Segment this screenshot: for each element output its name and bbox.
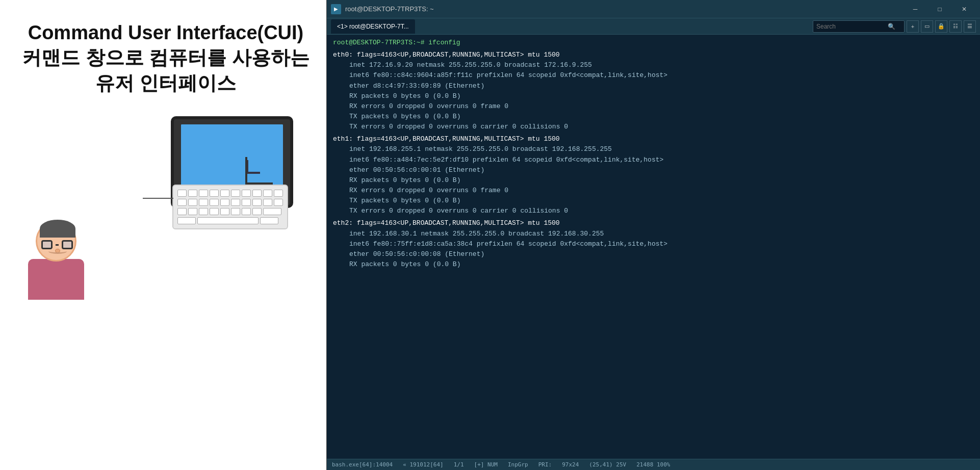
eth1-rxerr: RX errors 0 dropped 0 overruns 0 frame 0 [333,186,974,196]
eth0-ether: ether d8:c4:97:33:69:89 (Ethernet) [333,81,974,91]
window-controls: ─ □ ✕ [904,2,976,17]
add-tab-button[interactable]: + [907,20,919,33]
terminal-statusbar: bash.exe[64]:14004 « 191012[64] 1/1 [+] … [327,459,980,470]
menu-button[interactable]: ☰ [964,20,976,33]
minimize-button[interactable]: ─ [904,2,927,17]
lock-button[interactable]: 🔒 [935,20,947,33]
status-process: bash.exe[64]:14004 [332,461,393,468]
kb-key [220,199,229,206]
status-position: 1/1 [454,461,464,468]
keyboard [172,185,288,229]
close-button[interactable]: ✕ [952,2,976,17]
kb-key [263,190,272,197]
status-group: InpGrp [508,461,528,468]
kb-key [274,199,283,206]
eth0-header: eth0: flags=4163<UP,BROADCAST,RUNNING,MU… [333,50,974,60]
search-box[interactable]: 🔍 [813,20,905,33]
eth2-inet: inet 192.168.30.1 netmask 255.255.255.0 … [333,229,974,239]
maximize-button[interactable]: □ [928,2,951,17]
kb-key [188,199,197,206]
main-title: Command User Interface(CUI) 커맨드 창으로 컴퓨터를… [22,20,310,96]
eth0-inet6: inet6 fe80::c84c:9604:a85f:f11c prefixle… [333,70,974,81]
eth1-ether: ether 00:50:56:c0:00:01 (Ethernet) [333,165,974,175]
kb-row-3 [177,208,283,215]
kb-key [274,190,283,197]
kb-key [231,190,240,197]
terminal-title: root@DESKTOP-7TRP3TS: ~ [345,5,904,13]
status-pri: PRI: [538,461,552,468]
person-body [28,259,84,300]
kb-key-wide [260,217,278,224]
kb-key [220,190,229,197]
person-hair [40,220,75,238]
kb-key [220,208,229,215]
kb-key [199,208,208,215]
eth1-inet: inet 192.168.255.1 netmask 255.255.255.0… [333,144,974,154]
tabs-toolbar: 🔍 + ▭ 🔒 ☷ ☰ [813,20,976,33]
terminal-content: root@DESKTOP-7TRP3TS:~# ifconfig eth0: f… [327,35,980,459]
kb-spacebar [197,217,259,224]
terminal-tabs: <1> root@DESKTOP-7T... 🔍 + ▭ 🔒 ☷ ☰ [327,18,980,35]
glass-bridge [56,244,59,246]
kb-key [199,190,208,197]
kb-key [177,190,187,197]
person-mouth [48,249,67,254]
kb-key [188,190,197,197]
kb-key [242,190,251,197]
eth0-txerr: TX errors 0 dropped 0 overruns 0 carrier… [333,122,974,132]
prompt-line: root@DESKTOP-7TRP3TS:~# ifconfig [333,38,974,48]
kb-key [210,199,219,206]
terminal-window: ▶ root@DESKTOP-7TRP3TS: ~ ─ □ ✕ <1> root… [326,0,980,470]
connector-line [143,198,173,199]
kb-key [231,199,240,206]
person-glasses [41,240,73,249]
split-button[interactable]: ▭ [921,20,933,33]
search-input[interactable] [816,23,888,30]
kb-key-wide [177,217,196,224]
kb-key [231,208,240,215]
kb-key [177,199,187,206]
left-panel: Command User Interface(CUI) 커맨드 창으로 컴퓨터를… [0,0,326,470]
active-tab[interactable]: <1> root@DESKTOP-7T... [331,19,415,34]
search-icon: 🔍 [888,23,895,30]
eth2-ether: ether 00:50:56:c0:00:08 (Ethernet) [333,249,974,259]
status-mem: 21488 100% [636,461,670,468]
status-mode: [+] NUM [474,461,498,468]
kb-row-2 [177,199,283,206]
eth2-inet6: inet6 fe80::75ff:e1d8:ca5a:38c4 prefixle… [333,239,974,249]
kb-row-1 [177,190,283,197]
left-glass [41,240,53,249]
eth1-txerr: TX errors 0 dropped 0 overruns 0 carrier… [333,206,974,216]
eth1-inet6: inet6 fe80::a484:7ec:5e2f:df10 prefixlen… [333,155,974,165]
terminal-icon: ▶ [331,4,341,14]
person-figure [28,221,84,300]
kb-key [210,190,219,197]
kb-row-4 [177,217,283,224]
eth2-header: eth2: flags=4163<UP,BROADCAST,RUNNING,MU… [333,218,974,228]
kb-key [252,208,262,215]
kb-key [252,199,262,206]
right-glass [62,240,73,249]
kb-key-wide [263,208,281,215]
status-cursor: (25,41) 25V [589,461,626,468]
eth2-rx1: RX packets 0 bytes 0 (0.0 B) [333,259,974,270]
eth0-tx1: TX packets 0 bytes 0 (0.0 B) [333,112,974,122]
status-size: 97x24 [562,461,579,468]
illustration [23,116,308,300]
eth0-rxerr: RX errors 0 dropped 0 overruns 0 frame 0 [333,101,974,112]
eth0-inet: inet 172.16.9.20 netmask 255.255.255.0 b… [333,60,974,70]
eth1-header: eth1: flags=4163<UP,BROADCAST,RUNNING,MU… [333,134,974,144]
eth1-rx1: RX packets 0 bytes 0 (0.0 B) [333,175,974,186]
eth1-tx1: TX packets 0 bytes 0 (0.0 B) [333,196,974,206]
kb-key [177,208,187,215]
grid-button[interactable]: ☷ [949,20,962,33]
person-head [36,221,76,262]
kb-key [210,208,219,215]
kb-key [252,190,262,197]
terminal-titlebar: ▶ root@DESKTOP-7TRP3TS: ~ ─ □ ✕ [327,0,980,18]
status-encoding: « 191012[64] [403,461,443,468]
monitor-figure [171,116,293,229]
kb-key [242,199,251,206]
eth0-rx1: RX packets 0 bytes 0 (0.0 B) [333,91,974,101]
kb-key [242,208,251,215]
